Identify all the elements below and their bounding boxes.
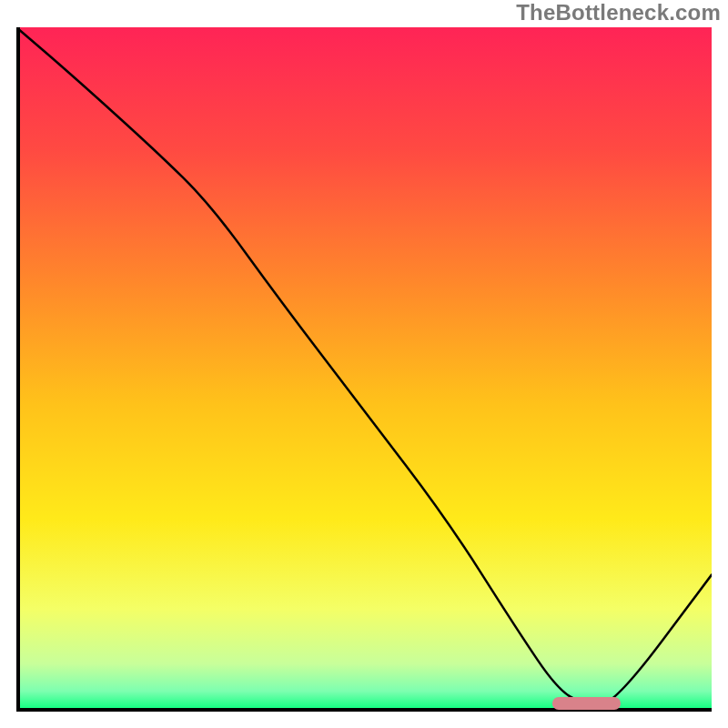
chart-container: TheBottleneck.com bbox=[0, 0, 728, 728]
watermark-text: TheBottleneck.com bbox=[516, 0, 721, 25]
overlay-svg bbox=[16, 27, 712, 712]
bottleneck-curve bbox=[16, 27, 712, 704]
plot-area bbox=[16, 27, 712, 712]
